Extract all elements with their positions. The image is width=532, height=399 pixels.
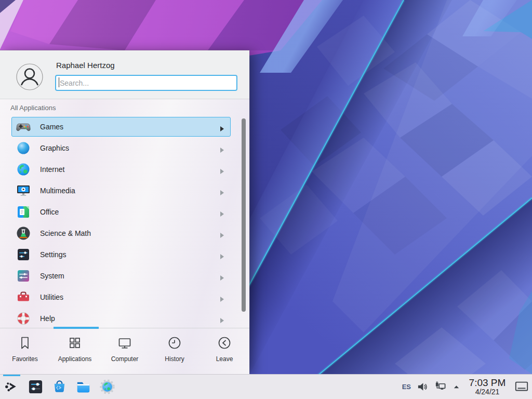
grid-icon	[67, 335, 83, 351]
chevron-right-icon	[220, 124, 224, 129]
gamepad-icon	[16, 119, 31, 134]
tab-computer[interactable]: Computer	[100, 328, 150, 374]
tab-favorites[interactable]: Favorites	[0, 328, 50, 374]
chevron-right-icon	[220, 167, 224, 172]
wired-network-icon[interactable]	[434, 381, 446, 393]
tab-label: Computer	[111, 355, 139, 363]
monitor-icon	[117, 335, 132, 351]
chevron-right-icon	[220, 231, 224, 236]
scrollbar-thumb[interactable]	[242, 118, 246, 312]
globe-icon	[16, 162, 31, 177]
logout-icon	[217, 335, 232, 351]
sliders-icon	[16, 247, 31, 262]
tab-applications[interactable]: Applications	[50, 328, 100, 374]
menu-item-games[interactable]: Games	[11, 117, 231, 137]
text-cursor	[59, 77, 59, 87]
expand-tray-arrow-icon[interactable]	[453, 383, 460, 391]
clock-icon	[167, 335, 182, 351]
menu-item-utilities[interactable]: Utilities	[11, 287, 231, 307]
folder-icon	[75, 379, 91, 395]
system-settings-icon	[28, 379, 44, 395]
category-rows: Games Graphics	[0, 115, 249, 328]
chevron-right-icon	[220, 145, 224, 151]
menu-item-label: Games	[40, 123, 63, 131]
media-player-icon	[16, 183, 31, 198]
file-manager-button[interactable]	[75, 375, 91, 399]
menu-item-label: Internet	[40, 165, 64, 174]
tab-label: Applications	[58, 355, 92, 363]
chevron-right-icon	[220, 252, 224, 257]
user-avatar-icon[interactable]	[16, 63, 43, 90]
menu-tab-bar: Favorites Applications	[0, 328, 249, 374]
menu-item-graphics[interactable]: Graphics	[11, 138, 231, 158]
chevron-right-icon	[220, 273, 224, 278]
menu-item-system[interactable]: System	[11, 266, 231, 286]
clock-time: 7:03 PM	[469, 378, 506, 388]
menu-item-label: Multimedia	[40, 187, 75, 195]
menu-item-office[interactable]: Office	[11, 202, 231, 222]
active-task-indicator	[3, 375, 20, 376]
application-category-list: All Applications Games	[0, 99, 249, 328]
tab-label: Favorites	[12, 355, 37, 363]
menu-item-multimedia[interactable]: Multimedia	[11, 181, 231, 201]
menu-item-help[interactable]: Help	[11, 309, 231, 328]
taskbar-panel: ES 7:03 PM 4/24/21	[0, 374, 532, 399]
user-name: Raphael Hertzog	[56, 61, 115, 70]
discover-button[interactable]	[51, 375, 68, 399]
lifebuoy-icon	[16, 311, 31, 326]
menu-item-label: Office	[40, 208, 59, 216]
kde-launcher-icon	[4, 379, 20, 395]
sphere-icon	[16, 141, 31, 155]
application-launcher-button[interactable]	[4, 375, 20, 399]
desktop: Raphael Hertzog All Applications	[0, 0, 532, 399]
software-center-bag-icon	[51, 379, 68, 395]
search-input[interactable]	[56, 75, 237, 90]
chevron-right-icon	[220, 316, 224, 321]
document-icon	[16, 205, 31, 219]
toolbox-icon	[16, 290, 31, 304]
system-sliders-icon	[16, 269, 31, 283]
menu-item-label: Utilities	[40, 293, 63, 301]
flask-icon	[16, 226, 31, 241]
system-settings-button[interactable]	[28, 375, 44, 399]
show-desktop-button[interactable]	[514, 380, 529, 394]
menu-item-label: System	[40, 272, 64, 280]
active-tab-indicator	[54, 327, 99, 329]
tab-label: Leave	[216, 355, 233, 363]
menu-item-label: Graphics	[40, 144, 69, 152]
system-tray: ES 7:03 PM 4/24/21	[402, 378, 532, 396]
clock-date: 4/24/21	[475, 388, 500, 396]
menu-item-internet[interactable]: Internet	[11, 159, 231, 179]
tab-history[interactable]: History	[150, 328, 200, 374]
tab-leave[interactable]: Leave	[200, 328, 249, 374]
taskbar-launchers	[4, 375, 115, 399]
menu-item-label: Science & Math	[40, 229, 91, 237]
menu-item-label: Help	[40, 314, 55, 323]
tab-label: History	[165, 355, 184, 363]
chevron-right-icon	[220, 295, 224, 300]
menu-item-settings[interactable]: Settings	[11, 245, 231, 264]
globe-gear-browser-icon	[99, 379, 115, 395]
menu-item-label: Settings	[40, 250, 66, 259]
keyboard-layout-indicator[interactable]: ES	[402, 383, 411, 391]
web-browser-button[interactable]	[99, 375, 115, 399]
menu-header: Raphael Hertzog	[0, 50, 249, 99]
bookmark-icon	[17, 335, 33, 351]
section-label: All Applications	[10, 104, 56, 112]
menu-item-science-math[interactable]: Science & Math	[11, 223, 231, 243]
chevron-right-icon	[220, 188, 224, 193]
digital-clock[interactable]: 7:03 PM 4/24/21	[467, 378, 508, 396]
application-launcher-menu: Raphael Hertzog All Applications	[0, 50, 249, 374]
chevron-right-icon	[220, 209, 224, 215]
volume-icon[interactable]	[417, 381, 428, 392]
